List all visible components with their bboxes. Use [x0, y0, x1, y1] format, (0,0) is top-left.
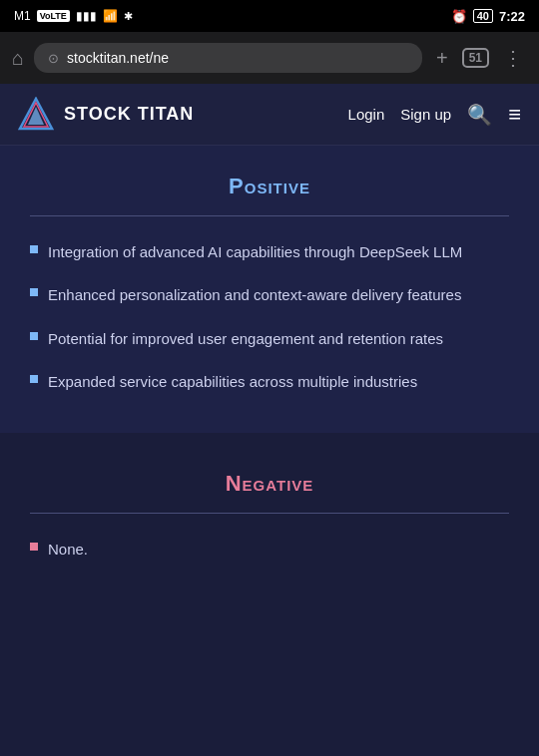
positive-section: Positive Integration of advanced AI capa… [0, 146, 539, 433]
negative-bullet-list: None. [30, 538, 509, 561]
bullet-text: None. [48, 538, 88, 561]
status-right: ⏰ 40 7:22 [451, 9, 525, 24]
volte-badge: VoLTE [37, 10, 70, 22]
bullet-icon [30, 332, 38, 340]
login-button[interactable]: Login [348, 106, 385, 123]
url-bar[interactable]: ⊙ stocktitan.net/ne [34, 43, 422, 73]
negative-title: Negative [30, 471, 509, 497]
positive-bullet-list: Integration of advanced AI capabilities … [30, 240, 509, 393]
bullet-icon [30, 543, 38, 551]
list-item: Expanded service capabilities across mul… [30, 370, 509, 393]
bullet-text: Enhanced personalization and context-awa… [48, 283, 461, 306]
positive-divider [30, 215, 509, 216]
negative-section: Negative None. [0, 443, 539, 590]
list-item: None. [30, 538, 509, 561]
url-text: stocktitan.net/ne [67, 50, 169, 66]
battery-indicator: 40 [473, 9, 493, 23]
browser-chrome: ⌂ ⊙ stocktitan.net/ne + 51 ⋮ [0, 32, 539, 84]
bullet-icon [30, 245, 38, 253]
bluetooth-icon: ✱ [124, 10, 133, 23]
time-display: 7:22 [499, 9, 525, 24]
security-icon: ⊙ [48, 51, 59, 66]
add-tab-button[interactable]: + [432, 43, 452, 74]
signup-button[interactable]: Sign up [400, 106, 451, 123]
negative-divider [30, 513, 509, 514]
alarm-icon: ⏰ [451, 9, 467, 24]
bullet-icon [30, 375, 38, 383]
menu-icon[interactable]: ≡ [508, 102, 521, 128]
bullet-text: Integration of advanced AI capabilities … [48, 240, 462, 263]
more-menu-button[interactable]: ⋮ [499, 42, 527, 74]
status-left: M1 VoLTE ▮▮▮ 📶 ✱ [14, 9, 133, 23]
wifi-icon: 📶 [103, 9, 118, 23]
bullet-icon [30, 288, 38, 296]
carrier-label: M1 [14, 9, 31, 23]
nav-actions: Login Sign up 🔍 ≡ [348, 102, 521, 128]
status-bar: M1 VoLTE ▮▮▮ 📶 ✱ ⏰ 40 7:22 [0, 0, 539, 32]
search-icon[interactable]: 🔍 [467, 103, 492, 127]
logo-text: STOCK TITAN [64, 104, 194, 125]
bullet-text: Potential for improved user engagement a… [48, 327, 443, 350]
tabs-count-badge[interactable]: 51 [462, 48, 489, 68]
bullet-text: Expanded service capabilities across mul… [48, 370, 417, 393]
logo-icon [18, 97, 54, 133]
positive-title: Positive [30, 174, 509, 199]
list-item: Potential for improved user engagement a… [30, 327, 509, 350]
navbar: STOCK TITAN Login Sign up 🔍 ≡ [0, 84, 539, 146]
home-icon[interactable]: ⌂ [12, 47, 24, 70]
list-item: Enhanced personalization and context-awa… [30, 283, 509, 306]
main-content: Positive Integration of advanced AI capa… [0, 146, 539, 756]
list-item: Integration of advanced AI capabilities … [30, 240, 509, 263]
logo-container: STOCK TITAN [18, 97, 348, 133]
signal-icon: ▮▮▮ [76, 9, 97, 23]
